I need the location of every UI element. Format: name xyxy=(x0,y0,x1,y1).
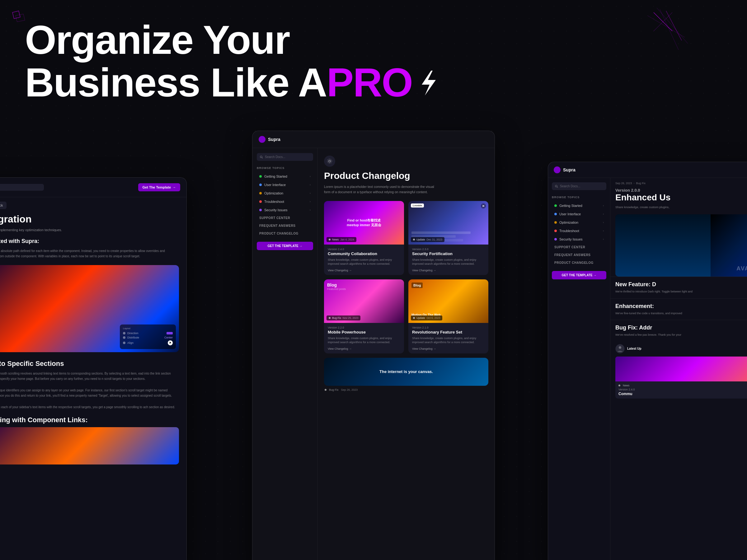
screens-container: Get The Template → ← Go Back ntegration … xyxy=(0,109,747,560)
bottom-partial-card: The internet is your canvas. xyxy=(324,358,488,386)
layout-label: Layout xyxy=(123,327,173,330)
center-main: Product Changelog Lorem ipsum is a place… xyxy=(318,148,495,560)
svg-point-13 xyxy=(328,159,332,163)
layout-dot-3 xyxy=(123,342,125,344)
center-sidebar: Search Docs... BROWSE TOPICS Getting Sta… xyxy=(252,148,318,560)
left-top-bar: Get The Template → xyxy=(0,178,186,197)
lovable-badge: Lovable xyxy=(411,204,424,208)
left-bottom-image xyxy=(0,427,179,464)
svg-point-12 xyxy=(329,160,331,162)
card-mobile-link[interactable]: View Changelog → xyxy=(328,347,400,350)
getting-started-dot xyxy=(259,175,262,178)
layout-distribute-label: Distribute xyxy=(127,336,162,339)
changelog-icon xyxy=(324,156,335,167)
bottom-tag-text: Bug Fix xyxy=(329,388,339,391)
support-center-link[interactable]: SUPPORT CENTER xyxy=(257,215,313,221)
card-community-body: Version 2.4.0 Community Collaboration Sh… xyxy=(324,244,404,275)
card-revolutionary-date: Oct 6, 2023 xyxy=(427,316,440,320)
left-content: ntegration hance by implementing key opt… xyxy=(0,213,186,464)
svg-line-5 xyxy=(666,11,681,41)
optimization-arrow: › xyxy=(310,192,311,195)
left-body-text1: hance by implementing key optimization t… xyxy=(0,228,179,233)
left-get-template-btn[interactable]: Get The Template → xyxy=(138,183,180,191)
left-getting-started: g Started with Supra: xyxy=(0,238,179,244)
left-search-bar[interactable] xyxy=(0,184,44,191)
optimization-dot xyxy=(259,192,262,194)
security-arrow: › xyxy=(310,209,311,212)
center-inner: Search Docs... BROWSE TOPICS Getting Sta… xyxy=(252,148,495,560)
go-back-btn[interactable]: ← Go Back xyxy=(0,202,6,209)
sidebar-item-troubleshoot[interactable]: Troubleshoot › xyxy=(257,198,313,205)
center-get-template-btn[interactable]: GET THE TEMPLATE → xyxy=(257,242,313,250)
card-mobile-tag-text: Bug Fix xyxy=(332,316,341,320)
card-revolutionary: Blog Motion On The Web Update Oct 6, 202… xyxy=(408,279,488,353)
card-security-title: Security Fortification xyxy=(412,251,485,256)
sidebar-item-user-interface[interactable]: User Interface › xyxy=(257,181,313,189)
screen-center: Supra Search Docs... BROWSE TOPICS Getti… xyxy=(252,131,495,560)
arrow-right-icon: → xyxy=(173,185,176,189)
cards-grid: Find or host布着找述meetup immer 见面会 News Ja… xyxy=(324,201,488,353)
hero-line1: Organize Your xyxy=(25,17,289,62)
browse-topics-label: BROWSE TOPICS xyxy=(257,166,313,169)
user-interface-label: User Interface xyxy=(264,183,307,187)
card-mobile-version: Version 2.2.0 xyxy=(328,326,400,329)
sidebar-item-security[interactable]: Security Issues › xyxy=(257,206,313,214)
right-inner: Search Docs... BROWSE TOPICS Getting Sta… xyxy=(548,178,747,560)
center-search-placeholder: Search Docs... xyxy=(265,155,285,159)
sidebar-item-optimization[interactable]: Optimization › xyxy=(257,189,313,197)
hero-pro: PRO xyxy=(327,60,412,105)
card-mobile-desc: Share knowledge, create custom plugins, … xyxy=(328,336,400,345)
update-tag-dot xyxy=(413,239,415,240)
play-button[interactable] xyxy=(168,340,173,345)
close-icon xyxy=(481,204,486,209)
blog-sublabel: Featured posts xyxy=(327,288,346,291)
security-label: Security Issues xyxy=(264,208,307,212)
svg-marker-6 xyxy=(422,71,436,96)
left-linking-text: ssence of smooth scrolling revolves arou… xyxy=(0,371,179,381)
center-top-bar: Supra xyxy=(252,131,495,148)
security-dot xyxy=(259,209,262,211)
optimization-label: Optimization xyxy=(264,191,307,195)
blog-label: Blog xyxy=(327,283,346,288)
card-revolutionary-version: Version 2.1.0 xyxy=(412,326,485,329)
bugfix-tag-dot xyxy=(329,317,331,319)
go-back-label: ← Go Back xyxy=(0,204,3,207)
supra-logo: Supra xyxy=(259,136,280,143)
layout-row-distribute: Distribute Center xyxy=(123,336,173,339)
layout-align-label: Align xyxy=(127,341,166,344)
frequent-answers-link[interactable]: FREQUENT ANSWERS xyxy=(257,222,313,229)
layout-direction-value xyxy=(166,332,173,335)
card-security-date: Dec 31, 2023 xyxy=(427,238,442,241)
card-community-image: Find or host布着找述meetup immer 见面会 News Ja… xyxy=(324,201,404,244)
supra-logo-icon xyxy=(259,136,265,143)
svg-marker-9 xyxy=(170,342,171,344)
card-community-tag: News Jan 4, 2024 xyxy=(327,237,356,242)
right-mini-card: Find News Version 2.4.0 Commu xyxy=(615,356,747,399)
svg-point-10 xyxy=(260,156,262,158)
card-security-tag: Update Dec 31, 2023 xyxy=(411,237,444,242)
card-community-title: Community Collaboration xyxy=(328,251,400,256)
card-mobile-title: Mobile Powerhouse xyxy=(328,330,400,335)
mini-card-bg xyxy=(615,356,747,381)
center-logo-text: Supra xyxy=(268,137,280,142)
bottom-card-meta: Bug Fix Sep 26, 2023 xyxy=(324,388,488,391)
card-security-body: Version 2.3.0 Security Fortification Sha… xyxy=(408,244,488,275)
changelog-title: Product Changelog xyxy=(324,170,488,181)
card-security-link[interactable]: View Changelog → xyxy=(412,269,485,272)
product-changelog-link[interactable]: PRODUCT CHANGELOG xyxy=(257,230,313,237)
left-linking-title: king to Specific Sections xyxy=(0,359,179,368)
right-mini-card-image: Find xyxy=(615,356,747,381)
screen-left: Get The Template → ← Go Back ntegration … xyxy=(0,177,187,560)
card-revolutionary-link[interactable]: View Changelog → xyxy=(412,347,485,350)
hero-line2: Business Like A xyxy=(25,60,327,105)
getting-started-label: Getting Started xyxy=(264,175,307,178)
layout-direction-label: Direction xyxy=(127,331,165,335)
card-mobile-overlay: Blog Featured posts xyxy=(327,283,346,291)
left-image-block: Layout Direction Distribute Center xyxy=(0,265,179,352)
getting-started-arrow: › xyxy=(310,175,311,178)
card-community: Find or host布着找述meetup immer 见面会 News Ja… xyxy=(324,201,404,275)
card-community-link[interactable]: View Changelog → xyxy=(328,269,400,272)
layout-row-direction: Direction xyxy=(123,331,173,335)
center-search-bar[interactable]: Search Docs... xyxy=(257,153,313,161)
sidebar-item-getting-started[interactable]: Getting Started › xyxy=(257,173,313,180)
